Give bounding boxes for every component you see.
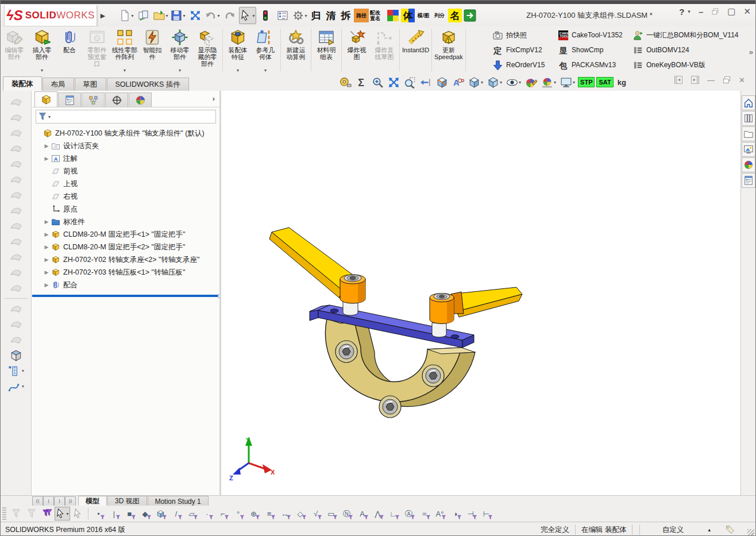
filter-annotations[interactable]: A [354,507,370,520]
tab-scroll-0[interactable]: ⟨⟨ [32,496,43,506]
tab-layout[interactable]: 布局 [43,78,74,91]
filter-center-marks[interactable]: ⊕ [246,507,261,520]
display-style-tool[interactable]: ▾ [486,76,503,89]
filter-edges[interactable]: | [106,507,122,520]
right-collar[interactable] [432,323,446,337]
tree-component-handle-1[interactable]: ▶CLDM8-20-M 固定把手<1> "固定把手" [32,228,219,241]
open-button[interactable]: ▾ [153,7,169,24]
macro-lujing[interactable]: 路径 [354,9,369,22]
filter-planes[interactable]: ▱ [184,507,199,520]
macro-colorgrid[interactable] [386,9,400,22]
design-library-tab[interactable] [742,111,755,126]
panel-splitter-bar[interactable] [32,295,219,297]
packasm-addin[interactable]: 包PACKASMv13 [558,57,631,72]
graphics-viewport[interactable]: Y X Z [221,91,740,495]
panel-collapse-chevron[interactable]: › [213,94,215,103]
surface-tool-2[interactable] [1,110,31,125]
view-orientation-tool[interactable]: ▾ [467,76,484,89]
select-tool-button[interactable]: ▾ [55,507,70,520]
component-list-button[interactable] [275,7,291,24]
minimize-button[interactable]: – [699,7,703,17]
bill-of-materials-button[interactable]: 材料明 细表 [313,26,340,74]
filter-dropdown-caret[interactable]: ▾ [48,114,51,119]
tree-origin[interactable]: 原点 [32,203,219,215]
filter-surface-finish[interactable]: √ [308,507,323,520]
sat-export-button[interactable]: SAT [596,77,613,87]
tree-filter-box[interactable]: ▾ [36,110,216,124]
filter-connection-points[interactable]: ⊣ [463,507,479,520]
filter-cosmetic-threads[interactable]: ≈ [416,507,432,520]
zoom-to-fit-tool[interactable] [387,76,401,89]
filter-sketch-points[interactable]: · [199,507,215,520]
tree-mates[interactable]: ▶配合 [32,279,219,291]
maximize-button[interactable]: ▢ [727,6,735,17]
tree-right-plane[interactable]: 右视 [32,190,219,203]
mate-button[interactable]: 配合 [56,26,83,74]
onekeybom-vb-addin[interactable]: OneKeyBOM-VB版 [632,57,740,72]
macro-ming[interactable]: 名 [448,9,462,22]
help-button[interactable]: ? [679,7,684,17]
base-screw-2[interactable] [422,365,444,387]
filter-vertices[interactable]: • [91,507,106,520]
onekey-bom-addin[interactable]: 一键汇总BOM和分BOM_V114 [632,28,740,43]
new-motion-study-button[interactable]: 新建运 动算例 [282,26,310,74]
propertymanager-tab[interactable] [58,92,81,107]
filter-dimensions[interactable]: ↔ [277,507,292,520]
outbom-addin[interactable]: OutBOMV124 [632,43,740,57]
solid-body-tool[interactable] [1,348,31,363]
base-screw-3[interactable] [379,396,401,418]
filter-datums[interactable]: ∟ [385,507,401,520]
view-settings-tool[interactable]: ▾ [559,76,576,89]
edit-appearance-tool[interactable] [524,76,538,89]
filter-centerlines[interactable]: ≡ [261,507,277,520]
motion-study-tab[interactable]: Motion Study 1 [148,496,209,506]
show-hidden-button[interactable]: 显示隐 藏的零 部件 [194,26,221,74]
doc-restore-button[interactable] [722,75,731,84]
rebuild-arrows-button[interactable] [187,7,203,24]
tree-root-assembly[interactable]: ZH-0702-Y100 轴支承组件 "轴支承组件" (默认) [32,127,219,140]
assembly-model[interactable] [259,224,529,431]
tab-sw-addins[interactable]: SOLIDWORKS 插件 [107,78,189,91]
displaymanager-tab[interactable] [129,92,152,107]
mass-properties-tool[interactable]: Σ [354,76,369,89]
tree-top-plane[interactable]: 上视 [32,178,219,190]
dimxpertmanager-tab[interactable] [105,92,128,107]
macro-export[interactable] [463,9,477,22]
annotation-visibility-tool[interactable]: A [451,76,465,89]
undo-button[interactable]: ▾ [205,7,221,24]
tab-sketch[interactable]: 草图 [75,78,106,91]
featuremanager-tree-tab[interactable] [34,91,57,107]
zoom-in-out-tool[interactable] [371,76,385,89]
filter-faces[interactable]: ■ [122,507,137,520]
surface-tool-13[interactable] [1,280,31,296]
filter-notes[interactable]: ▭ [323,507,339,520]
insert-component-button[interactable]: 插入零 部件▾ [28,26,56,74]
reference-plane-tool[interactable]: ▾ [1,363,31,379]
macro-chai[interactable]: 拆 [339,9,353,22]
showcmp-addin[interactable]: 显ShowCmp [558,43,631,57]
spline-tool[interactable]: ▾ [1,379,31,394]
macro-gui[interactable]: 归 [309,9,323,22]
rebuild-traffic-button[interactable] [257,7,273,24]
tab-scroll-3[interactable]: ⟩⟩ [65,496,76,506]
doc-close-button[interactable]: ✕ [739,75,745,84]
status-units-selector[interactable]: 自定义 [641,525,704,535]
surface-tool-3[interactable] [1,125,31,141]
view-palette-tab[interactable] [742,142,755,157]
macro-qing[interactable]: 清 [324,9,338,22]
filter-datum-targets[interactable]: Ⓐ [401,507,416,520]
close-button[interactable]: ✕ [743,6,751,17]
menu-expand-arrow[interactable]: ▶ [98,9,107,22]
previous-view-tool[interactable] [419,76,433,89]
clamp-handle-left[interactable] [269,227,365,303]
reorder-addin[interactable]: ReOrderV15 [492,57,557,72]
fixcmp-addin[interactable]: 定FixCmpV12 [492,43,557,57]
tree-component-bearing-seat[interactable]: ▶ZH-0702-Y02 转轴支承座<2> "转轴支承座" [32,253,219,266]
filter-sketch-segments[interactable]: ⌐ [215,507,230,520]
save-button[interactable]: ▾ [170,7,186,24]
clamp-handle-right[interactable] [430,287,522,323]
filter-magnified[interactable]: Ⓝ [339,507,354,520]
tab-assembly[interactable]: 装配体 [3,76,42,91]
surface-tool-11[interactable] [1,249,31,265]
update-speedpak-button[interactable]: !更新 Speedpak [433,26,464,74]
